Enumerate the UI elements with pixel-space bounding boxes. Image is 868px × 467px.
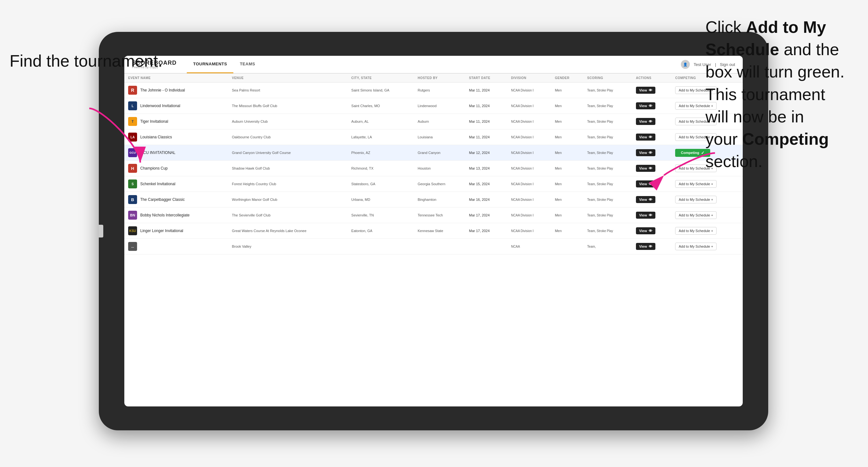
cell-venue: Forest Heights Country Club xyxy=(228,176,348,192)
cell-city: Saint Charles, MO xyxy=(347,98,414,114)
tournaments-table: EVENT NAME VENUE CITY, STATE HOSTED BY S… xyxy=(124,74,743,254)
view-button[interactable]: View 👁 xyxy=(636,227,655,234)
cell-gender: Men xyxy=(551,208,583,223)
table-row: R The Johnnie - O Individual Sea Palms R… xyxy=(124,83,743,98)
cell-gender xyxy=(551,239,583,254)
cell-scoring: Team, Stroke Play xyxy=(583,114,632,129)
cell-gender: Men xyxy=(551,129,583,145)
view-button[interactable]: View 👁 xyxy=(636,165,655,172)
table-body: R The Johnnie - O Individual Sea Palms R… xyxy=(124,83,743,254)
cell-division: NCAA Division I xyxy=(507,98,551,114)
user-avatar: 👤 xyxy=(681,60,690,69)
cell-scoring: Team, Stroke Play xyxy=(583,145,632,161)
add-to-schedule-button[interactable]: Add to My Schedule + xyxy=(675,243,717,250)
eye-icon: 👁 xyxy=(649,213,652,217)
cell-date xyxy=(465,239,507,254)
cell-division: NCAA Division I xyxy=(507,223,551,239)
event-name: The Johnnie - O Individual xyxy=(140,88,185,92)
col-venue: VENUE xyxy=(228,74,348,83)
cell-actions: View 👁 xyxy=(632,83,671,98)
team-logo: R xyxy=(128,86,137,95)
cell-venue: Brook Valley xyxy=(228,239,348,254)
cell-venue: Oakbourne Country Club xyxy=(228,129,348,145)
cell-city: Sevierville, TN xyxy=(347,208,414,223)
view-button[interactable]: View 👁 xyxy=(636,87,655,94)
cell-division: NCAA Division I xyxy=(507,208,551,223)
cell-venue: Sea Palms Resort xyxy=(228,83,348,98)
cell-division: NCAA Division I xyxy=(507,114,551,129)
cell-scoring: Team, Stroke Play xyxy=(583,83,632,98)
col-city-state: CITY, STATE xyxy=(347,74,414,83)
cell-date: Mar 12, 2024 xyxy=(465,145,507,161)
event-name: Schenkel Invitational xyxy=(140,182,175,186)
view-button[interactable]: View 👁 xyxy=(636,133,655,141)
cell-hosted: Auburn xyxy=(414,114,465,129)
cell-gender: Men xyxy=(551,192,583,208)
cell-division: NCAA Division I xyxy=(507,145,551,161)
cell-gender: Men xyxy=(551,145,583,161)
cell-event-name: ... xyxy=(124,239,228,254)
event-name: Bobby Nichols Intercollegiate xyxy=(140,213,190,217)
eye-icon: 👁 xyxy=(649,229,652,233)
view-button[interactable]: View 👁 xyxy=(636,180,655,187)
col-scoring: SCORING xyxy=(583,74,632,83)
eye-icon: 👁 xyxy=(649,182,652,186)
table-row: GCU GCU INVITATIONAL Grand Canyon Univer… xyxy=(124,145,743,161)
table-header-row: EVENT NAME VENUE CITY, STATE HOSTED BY S… xyxy=(124,74,743,83)
cell-hosted: Binghamton xyxy=(414,192,465,208)
cell-hosted: Louisiana xyxy=(414,129,465,145)
cell-city: Auburn, AL xyxy=(347,114,414,129)
view-button[interactable]: View 👁 xyxy=(636,149,655,156)
cell-date: Mar 11, 2024 xyxy=(465,83,507,98)
view-button[interactable]: View 👁 xyxy=(636,102,655,110)
eye-icon: 👁 xyxy=(649,120,652,123)
view-button[interactable]: View 👁 xyxy=(636,243,655,250)
eye-icon: 👁 xyxy=(649,166,652,170)
col-actions: ACTIONS xyxy=(632,74,671,83)
arrow-left xyxy=(83,105,147,169)
cell-venue: Worthington Manor Golf Club xyxy=(228,192,348,208)
add-to-schedule-button[interactable]: Add to My Schedule + xyxy=(675,227,717,235)
event-name: The Carpetbagger Classic xyxy=(140,197,185,202)
cell-hosted: Houston xyxy=(414,161,465,176)
table-container: EVENT NAME VENUE CITY, STATE HOSTED BY S… xyxy=(124,74,743,406)
cell-actions: View 👁 xyxy=(632,223,671,239)
cell-venue: Grand Canyon University Golf Course xyxy=(228,145,348,161)
cell-scoring: Team, Stroke Play xyxy=(583,161,632,176)
team-logo: KSU xyxy=(128,226,137,235)
tab-teams[interactable]: TEAMS xyxy=(233,56,261,73)
cell-scoring: Team, Stroke Play xyxy=(583,223,632,239)
team-logo: ... xyxy=(128,242,137,251)
table-row: H Champions Cup Shadow Hawk Golf Club Ri… xyxy=(124,161,743,176)
tab-tournaments[interactable]: TOURNAMENTS xyxy=(187,56,233,73)
view-button[interactable]: View 👁 xyxy=(636,196,655,203)
table-row: S Schenkel Invitational Forest Heights C… xyxy=(124,176,743,192)
cell-division: NCAA Division I xyxy=(507,83,551,98)
cell-hosted xyxy=(414,239,465,254)
tablet-screen: SCOREBOARD Powered by clippd TOURNAMENTS… xyxy=(124,56,743,406)
cell-hosted: Georgia Southern xyxy=(414,176,465,192)
cell-gender: Men xyxy=(551,223,583,239)
add-to-schedule-button[interactable]: Add to My Schedule + xyxy=(675,196,717,204)
annotation-left: Find the tournament. xyxy=(9,51,162,71)
cell-venue: Shadow Hawk Golf Club xyxy=(228,161,348,176)
cell-event-name: B The Carpetbagger Classic xyxy=(124,192,228,208)
cell-division: NCAA Division I xyxy=(507,161,551,176)
add-to-schedule-button[interactable]: Add to My Schedule + xyxy=(675,211,717,219)
cell-gender: Men xyxy=(551,161,583,176)
col-hosted-by: HOSTED BY xyxy=(414,74,465,83)
cell-date: Mar 17, 2024 xyxy=(465,208,507,223)
cell-actions: View 👁 xyxy=(632,114,671,129)
view-button[interactable]: View 👁 xyxy=(636,118,655,125)
nav-tabs: TOURNAMENTS TEAMS xyxy=(187,56,681,73)
cell-scoring: Team, Stroke Play xyxy=(583,192,632,208)
cell-division: NCAA Division I xyxy=(507,176,551,192)
view-button[interactable]: View 👁 xyxy=(636,212,655,219)
cell-division: NCAA Division I xyxy=(507,129,551,145)
cell-hosted: Lindenwood xyxy=(414,98,465,114)
cell-date: Mar 15, 2024 xyxy=(465,176,507,192)
cell-date: Mar 17, 2024 xyxy=(465,223,507,239)
cell-division: NCAA Division I xyxy=(507,192,551,208)
annotation-right: Click Add to MySchedule and thebox will … xyxy=(706,16,859,173)
table-row: ... Brook Valley NCAA Team, View 👁 Add t… xyxy=(124,239,743,254)
